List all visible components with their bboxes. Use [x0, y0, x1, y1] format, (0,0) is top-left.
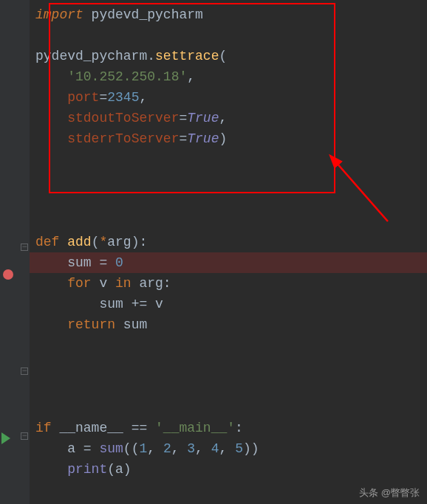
operator: = [99, 90, 107, 105]
punctuation: , [147, 441, 163, 456]
identifier: pydevd_pycharm [35, 49, 147, 63]
code-line[interactable] [30, 397, 427, 418]
number-literal: 4 [211, 441, 219, 456]
keyword-arg: stderrToServer [67, 131, 179, 146]
number-literal: 2345 [107, 90, 139, 105]
code-line[interactable]: if __name__ == '__main__': [30, 418, 427, 438]
number-literal: 2 [163, 441, 171, 456]
punctuation: : [139, 235, 147, 249]
code-line[interactable] [30, 170, 427, 190]
code-line[interactable]: '10.252.250.18', [30, 66, 427, 87]
number-literal: 0 [115, 255, 123, 270]
punctuation: )) [243, 441, 259, 456]
parameter: arg [107, 235, 131, 249]
breakpoint-icon[interactable] [3, 269, 13, 280]
code-line[interactable]: print(a) [30, 459, 427, 480]
operator: += [131, 297, 155, 311]
editor-gutter[interactable]: − − − [0, 0, 30, 504]
identifier: a [115, 462, 123, 477]
punctuation: ) [131, 235, 140, 249]
keyword-arg: stdoutToServer [67, 111, 179, 125]
keyword-in: in [115, 276, 139, 291]
code-line[interactable]: sum += v [30, 294, 427, 314]
keyword-arg: port [67, 90, 99, 105]
builtin-call: print [67, 462, 107, 477]
code-line[interactable] [30, 356, 427, 376]
code-line[interactable] [30, 211, 427, 232]
punctuation: ( [107, 462, 115, 477]
string-literal: '10.252.250.18' [67, 69, 187, 84]
punctuation: (( [123, 441, 140, 456]
operator: = [179, 131, 187, 146]
function-name: add [67, 235, 91, 249]
code-line-breakpoint[interactable]: sum = 0 [30, 252, 427, 273]
code-line[interactable]: import pydevd_pycharm [30, 4, 427, 25]
code-line[interactable]: port=2345, [30, 87, 427, 108]
punctuation: ( [219, 49, 227, 63]
punctuation: . [147, 49, 155, 63]
code-line[interactable] [30, 149, 427, 170]
punctuation: ) [219, 131, 227, 146]
code-line[interactable] [30, 190, 427, 211]
operator-star: * [99, 235, 107, 249]
identifier: a [67, 441, 83, 456]
code-line[interactable]: stdoutToServer=True, [30, 108, 427, 128]
identifier: sum [123, 317, 147, 332]
code-line[interactable] [30, 25, 427, 46]
operator: = [99, 255, 115, 270]
code-line[interactable] [30, 376, 427, 397]
keyword-return: return [67, 317, 123, 332]
code-line[interactable] [30, 335, 427, 356]
operator: = [179, 111, 187, 125]
identifier: v [155, 297, 163, 311]
keyword-import: import [35, 7, 83, 22]
operator: == [131, 421, 155, 435]
code-line[interactable]: for v in arg: [30, 273, 427, 294]
punctuation: : [163, 276, 171, 291]
constant-true: True [187, 111, 219, 125]
watermark-text: 头条 @瞥瞥张 [359, 486, 420, 500]
punctuation: , [195, 441, 211, 456]
punctuation: , [171, 441, 188, 456]
number-literal: 5 [235, 441, 243, 456]
fold-marker-icon[interactable]: − [21, 244, 28, 251]
punctuation: : [235, 421, 243, 435]
string-literal: '__main__' [155, 421, 235, 435]
code-line[interactable]: def add(*arg): [30, 232, 427, 252]
punctuation: ) [123, 462, 131, 477]
identifier: v [99, 276, 115, 291]
fold-marker-icon[interactable]: − [21, 367, 28, 375]
keyword-def: def [35, 235, 67, 249]
code-line[interactable]: pydevd_pycharm.settrace( [30, 46, 427, 66]
number-literal: 1 [139, 441, 147, 456]
fold-marker-icon[interactable]: − [21, 432, 28, 440]
punctuation: , [219, 111, 227, 125]
code-line[interactable]: a = sum((1, 2, 3, 4, 5)) [30, 438, 427, 459]
function-call: settrace [155, 49, 219, 63]
identifier: sum [99, 297, 131, 311]
code-line[interactable]: return sum [30, 314, 427, 335]
identifier: sum [67, 255, 99, 270]
punctuation: ( [92, 235, 100, 249]
builtin-call: sum [99, 441, 123, 456]
run-gutter-icon[interactable] [1, 432, 10, 444]
code-area[interactable]: import pydevd_pycharm pydevd_pycharm.set… [30, 0, 427, 504]
keyword-if: if [35, 421, 59, 435]
keyword-for: for [67, 276, 99, 291]
module-name: pydevd_pycharm [83, 7, 203, 22]
code-editor[interactable]: − − − import pydevd_pycharm pydevd_pycha… [0, 0, 427, 504]
punctuation: , [139, 90, 147, 105]
punctuation: , [187, 69, 195, 84]
operator: = [83, 441, 100, 456]
identifier: arg [139, 276, 163, 291]
punctuation: , [219, 441, 236, 456]
number-literal: 3 [187, 441, 195, 456]
code-line[interactable]: stderrToServer=True) [30, 128, 427, 149]
constant-true: True [187, 131, 219, 146]
dunder-name: __name__ [59, 421, 131, 435]
